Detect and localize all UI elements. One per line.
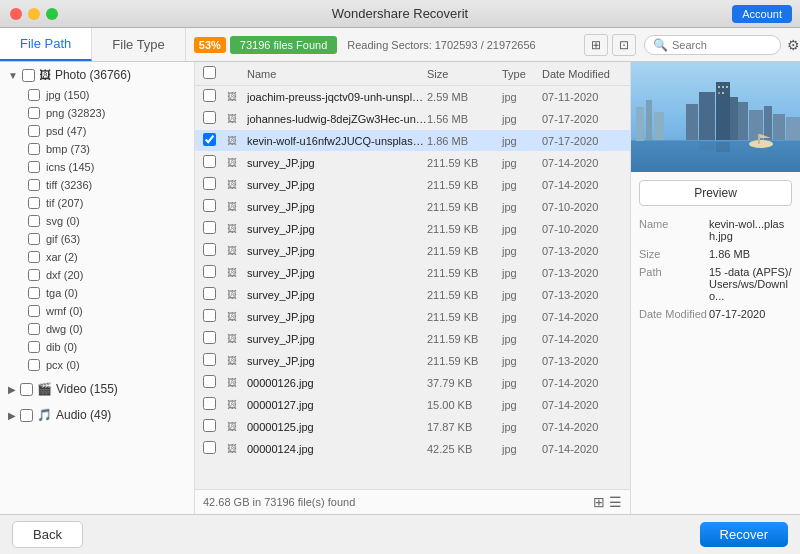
row-checkbox-2[interactable] — [203, 133, 216, 146]
file-type: jpg — [502, 245, 542, 257]
table-row[interactable]: 🖼 survey_JP.jpg 211.59 KB jpg 07-14-2020 — [195, 174, 630, 196]
audio-checkbox[interactable] — [20, 409, 33, 422]
sidebar-item[interactable]: bmp (73) — [0, 140, 194, 158]
row-checkbox-12[interactable] — [203, 353, 216, 366]
list-view-button[interactable]: ☰ — [609, 494, 622, 510]
sidebar-item[interactable]: png (32823) — [0, 104, 194, 122]
file-icon: 🖼 — [227, 355, 247, 366]
table-row[interactable]: 🖼 survey_JP.jpg 211.59 KB jpg 07-10-2020 — [195, 196, 630, 218]
item-checkbox-7[interactable] — [28, 215, 40, 227]
photo-checkbox[interactable] — [22, 69, 35, 82]
sidebar-header-video[interactable]: ▶ 🎬 Video (155) — [0, 378, 194, 400]
tab-file-path[interactable]: File Path — [0, 28, 92, 61]
item-checkbox-13[interactable] — [28, 323, 40, 335]
sidebar-item[interactable]: tga (0) — [0, 284, 194, 302]
close-button[interactable] — [10, 8, 22, 20]
row-checkbox-13[interactable] — [203, 375, 216, 388]
table-row[interactable]: 🖼 survey_JP.jpg 211.59 KB jpg 07-13-2020 — [195, 262, 630, 284]
row-checkbox-0[interactable] — [203, 89, 216, 102]
sidebar-item[interactable]: gif (63) — [0, 230, 194, 248]
table-row[interactable]: 🖼 johannes-ludwig-8dejZGw3Hec-unsplash.j… — [195, 108, 630, 130]
table-row[interactable]: 🖼 survey_JP.jpg 211.59 KB jpg 07-10-2020 — [195, 218, 630, 240]
table-row[interactable]: 🖼 survey_JP.jpg 211.59 KB jpg 07-13-2020 — [195, 284, 630, 306]
table-row[interactable]: 🖼 00000127.jpg 15.00 KB jpg 07-14-2020 — [195, 394, 630, 416]
row-checkbox-3[interactable] — [203, 155, 216, 168]
item-checkbox-2[interactable] — [28, 125, 40, 137]
table-row[interactable]: 🖼 joachim-preuss-jqctv09-unh-unsplash.jp… — [195, 86, 630, 108]
item-checkbox-9[interactable] — [28, 251, 40, 263]
sidebar-item[interactable]: icns (145) — [0, 158, 194, 176]
table-row[interactable]: 🖼 survey_JP.jpg 211.59 KB jpg 07-14-2020 — [195, 152, 630, 174]
sidebar-item[interactable]: tiff (3236) — [0, 176, 194, 194]
item-checkbox-10[interactable] — [28, 269, 40, 281]
sidebar-item[interactable]: dwg (0) — [0, 320, 194, 338]
sidebar-header-photo[interactable]: ▼ 🖼 Photo (36766) — [0, 64, 194, 86]
preview-button[interactable]: Preview — [639, 180, 792, 206]
item-checkbox-0[interactable] — [28, 89, 40, 101]
sidebar-item[interactable]: svg (0) — [0, 212, 194, 230]
row-checkbox-8[interactable] — [203, 265, 216, 278]
files-found-badge: 73196 files Found — [230, 36, 337, 54]
table-row[interactable]: 🖼 kevin-wolf-u16nfw2JUCQ-unsplash.jpg 1.… — [195, 130, 630, 152]
table-row[interactable]: 🖼 survey_JP.jpg 211.59 KB jpg 07-13-2020 — [195, 240, 630, 262]
sidebar-item[interactable]: wmf (0) — [0, 302, 194, 320]
svg-rect-7 — [730, 97, 738, 140]
item-checkbox-1[interactable] — [28, 107, 40, 119]
item-checkbox-6[interactable] — [28, 197, 40, 209]
item-checkbox-12[interactable] — [28, 305, 40, 317]
item-checkbox-4[interactable] — [28, 161, 40, 173]
row-checkbox-16[interactable] — [203, 441, 216, 454]
video-checkbox[interactable] — [20, 383, 33, 396]
table-row[interactable]: 🖼 survey_JP.jpg 211.59 KB jpg 07-14-2020 — [195, 328, 630, 350]
recover-button[interactable]: Recover — [700, 522, 788, 547]
row-checkbox-9[interactable] — [203, 287, 216, 300]
grid-view-button[interactable]: ⊞ — [593, 494, 605, 510]
row-checkbox-10[interactable] — [203, 309, 216, 322]
filter-icon[interactable]: ⚙ — [787, 37, 800, 53]
item-checkbox-3[interactable] — [28, 143, 40, 155]
table-row[interactable]: 🖼 00000124.jpg 42.25 KB jpg 07-14-2020 — [195, 438, 630, 460]
maximize-button[interactable] — [46, 8, 58, 20]
preview-info: Name kevin-wol...plash.jpg Size 1.86 MB … — [631, 214, 800, 330]
row-checkbox-4[interactable] — [203, 177, 216, 190]
item-checkbox-8[interactable] — [28, 233, 40, 245]
back-button[interactable]: Back — [12, 521, 83, 548]
select-all-checkbox[interactable] — [203, 66, 216, 79]
table-row[interactable]: 🖼 survey_JP.jpg 211.59 KB jpg 07-14-2020 — [195, 306, 630, 328]
item-checkbox-11[interactable] — [28, 287, 40, 299]
sidebar-item[interactable]: tif (207) — [0, 194, 194, 212]
file-date: 07-14-2020 — [542, 157, 622, 169]
row-checkbox-14[interactable] — [203, 397, 216, 410]
preview-path-row: Path 15 -data (APFS)/ Users/ws/Downlo... — [639, 266, 792, 302]
icon-btn-1[interactable]: ⊞ — [584, 34, 608, 56]
item-checkbox-14[interactable] — [28, 341, 40, 353]
sidebar-header-audio[interactable]: ▶ 🎵 Audio (49) — [0, 404, 194, 426]
svg-rect-4 — [646, 100, 652, 140]
sidebar-item[interactable]: jpg (150) — [0, 86, 194, 104]
item-checkbox-15[interactable] — [28, 359, 40, 371]
row-checkbox-11[interactable] — [203, 331, 216, 344]
sidebar-item[interactable]: pcx (0) — [0, 356, 194, 374]
row-checkbox-15[interactable] — [203, 419, 216, 432]
sidebar-item[interactable]: dxf (20) — [0, 266, 194, 284]
row-checkbox-6[interactable] — [203, 221, 216, 234]
sidebar-item[interactable]: psd (47) — [0, 122, 194, 140]
preview-date-value: 07-17-2020 — [709, 308, 765, 320]
icon-btn-2[interactable]: ⊡ — [612, 34, 636, 56]
svg-rect-10 — [738, 102, 748, 140]
table-row[interactable]: 🖼 survey_JP.jpg 211.59 KB jpg 07-13-2020 — [195, 350, 630, 372]
sidebar-item[interactable]: xar (2) — [0, 248, 194, 266]
file-name: survey_JP.jpg — [247, 223, 427, 235]
search-input[interactable] — [672, 39, 772, 51]
account-button[interactable]: Account — [732, 5, 792, 23]
row-checkbox-1[interactable] — [203, 111, 216, 124]
item-checkbox-5[interactable] — [28, 179, 40, 191]
sidebar-item[interactable]: dib (0) — [0, 338, 194, 356]
file-type: jpg — [502, 377, 542, 389]
row-checkbox-5[interactable] — [203, 199, 216, 212]
row-checkbox-7[interactable] — [203, 243, 216, 256]
table-row[interactable]: 🖼 00000126.jpg 37.79 KB jpg 07-14-2020 — [195, 372, 630, 394]
table-row[interactable]: 🖼 00000125.jpg 17.87 KB jpg 07-14-2020 — [195, 416, 630, 438]
tab-file-type[interactable]: File Type — [92, 28, 186, 61]
minimize-button[interactable] — [28, 8, 40, 20]
